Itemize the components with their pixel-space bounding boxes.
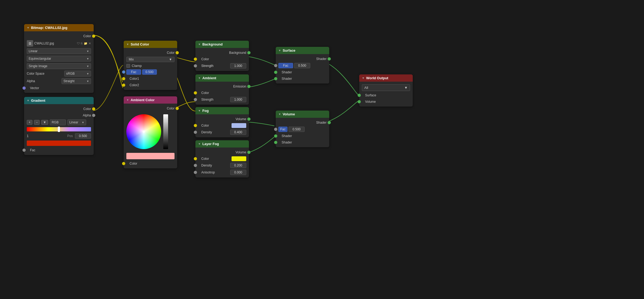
ac-color-wheel-dot[interactable] <box>143 131 145 133</box>
gradient-linear-dropdown[interactable]: Linear ▼ <box>67 119 86 125</box>
lf-density-value[interactable]: 0.200 <box>230 163 246 168</box>
fog-volume-socket[interactable] <box>247 118 251 121</box>
ac-color-out-socket[interactable] <box>176 107 179 110</box>
amb-strength-value[interactable]: 1.000 <box>230 97 246 102</box>
fog-density-row: Density 0.400 <box>195 129 249 136</box>
gradient-bar[interactable] <box>27 127 91 131</box>
bitmap-chevron[interactable]: ▼ <box>27 26 29 29</box>
lf-density-socket[interactable] <box>194 164 197 167</box>
vol-shader-out-socket[interactable] <box>328 121 331 124</box>
lf-anisotrop-socket[interactable] <box>194 171 197 174</box>
lf-color-label: Color <box>198 157 232 161</box>
lf-volume-socket[interactable] <box>247 151 251 154</box>
volume-chevron[interactable]: ▼ <box>278 113 281 116</box>
bitmap-vector-socket[interactable] <box>22 86 26 90</box>
bitmap-copy-icon[interactable]: ⎘ <box>81 42 83 45</box>
bg-strength-value[interactable]: 1.000 <box>230 63 246 69</box>
fog-header[interactable]: ▼ Fog <box>195 107 249 114</box>
lf-anisotrop-value[interactable]: 0.000 <box>230 170 246 175</box>
bg-strength-label: Strength <box>198 63 230 68</box>
background-chevron[interactable]: ▼ <box>198 43 201 46</box>
gradient-pos-value[interactable]: 0.500 <box>75 133 91 139</box>
bitmap-header[interactable]: ▼ Bitmap: CWALL02.jpg <box>24 24 94 31</box>
sc-color1-socket[interactable] <box>122 77 125 80</box>
bitmap-linear-dropdown[interactable]: Linear ▼ <box>27 48 91 54</box>
ac-value-strip[interactable] <box>163 114 168 149</box>
volume-node: ▼ Volume Shader Fac 0.500 Shader Shader <box>276 111 329 147</box>
gradient-alpha-socket[interactable] <box>92 114 95 117</box>
bg-output-socket[interactable] <box>247 51 251 54</box>
amb-emission-socket[interactable] <box>247 85 251 88</box>
vol-fac-socket[interactable] <box>274 128 277 131</box>
surf-fac-socket[interactable] <box>274 64 277 67</box>
ambient-color-header[interactable]: ▼ Ambient Color <box>124 96 177 104</box>
world-output-all-select[interactable]: All ▼ <box>362 84 410 91</box>
ac-color-in-row: Color <box>124 160 177 167</box>
fog-chevron[interactable]: ▼ <box>198 109 201 112</box>
fog-color-swatch[interactable] <box>232 123 246 128</box>
lf-color-socket[interactable] <box>194 157 197 160</box>
sc-clamp-checkbox[interactable] <box>126 64 130 68</box>
gradient-pos-label: Pos <box>67 134 73 138</box>
world-output-chevron[interactable]: ▼ <box>362 77 365 80</box>
surf-shader-out-socket[interactable] <box>328 57 331 60</box>
sc-fac-socket[interactable] <box>122 70 125 74</box>
bitmap-source-dropdown[interactable]: Single Image ▼ <box>27 63 91 69</box>
ambient-color-chevron[interactable]: ▼ <box>126 99 129 101</box>
surf-shader1-socket[interactable] <box>274 71 277 74</box>
ac-color-wheel[interactable] <box>126 114 161 149</box>
ac-color-in-socket[interactable] <box>122 162 125 165</box>
gradient-color-socket[interactable] <box>92 107 95 111</box>
background-header[interactable]: ▼ Background <box>195 41 249 48</box>
ambient-header[interactable]: ▼ Ambient <box>195 74 249 82</box>
ambient-chevron[interactable]: ▼ <box>198 77 201 80</box>
bitmap-alpha-dropdown[interactable]: Straight ▼ <box>62 78 91 84</box>
layer-fog-header[interactable]: ▼ Layer Fog <box>195 140 249 147</box>
vol-fac-value[interactable]: 0.500 <box>289 127 305 132</box>
gradient-alpha-output-row: Alpha <box>24 112 94 119</box>
bitmap-close-icon[interactable]: ✕ <box>89 42 91 45</box>
gradient-header[interactable]: ▼ Gradient <box>24 97 94 104</box>
vol-shader1-socket[interactable] <box>274 134 277 138</box>
layer-fog-chevron[interactable]: ▼ <box>198 142 201 145</box>
surf-fac-value[interactable]: 0.500 <box>294 63 310 68</box>
bg-color-socket[interactable] <box>194 58 197 61</box>
bitmap-cs-dropdown[interactable]: sRGB ▼ <box>64 71 91 77</box>
sc-fac-value[interactable]: 0.500 <box>142 69 157 75</box>
amb-color-socket[interactable] <box>194 91 197 94</box>
solid-color-chevron[interactable]: ▼ <box>126 43 129 46</box>
gradient-remove-btn[interactable]: − <box>34 120 40 125</box>
bitmap-projection-dropdown[interactable]: Equirectangular ▼ <box>27 56 91 62</box>
gradient-chevron[interactable]: ▼ <box>27 99 29 102</box>
wo-surface-socket[interactable] <box>358 94 361 97</box>
bg-strength-socket[interactable] <box>194 64 197 67</box>
vol-shader2-socket[interactable] <box>274 141 277 144</box>
gradient-menu-btn[interactable]: ▼ <box>41 120 48 125</box>
bitmap-folder-icon[interactable]: 📁 <box>84 42 88 45</box>
gradient-add-btn[interactable]: + <box>27 120 32 125</box>
fog-density-socket[interactable] <box>194 131 197 134</box>
gradient-marker[interactable] <box>58 127 60 132</box>
sc-color2-socket[interactable] <box>122 84 125 87</box>
surface-header[interactable]: ▼ Surface <box>276 47 329 54</box>
amb-strength-socket[interactable] <box>194 98 197 101</box>
bitmap-color-socket[interactable] <box>92 35 95 38</box>
surf-shader2-socket[interactable] <box>274 77 277 80</box>
sc-color-out-socket[interactable] <box>176 51 179 54</box>
fog-density-value[interactable]: 0.400 <box>230 130 246 135</box>
gradient-fac-socket[interactable] <box>22 149 26 152</box>
sc-color1-label: Color1 <box>126 77 175 81</box>
lf-color-swatch[interactable] <box>232 156 246 161</box>
surface-chevron[interactable]: ▼ <box>278 49 281 52</box>
wo-volume-socket[interactable] <box>358 100 361 103</box>
wo-volume-label: Volume <box>362 100 410 104</box>
solid-color-header[interactable]: ▼ Solid Color <box>124 41 177 48</box>
bitmap-colorspace-row: Color Space sRGB ▼ <box>24 70 94 77</box>
fog-color-socket[interactable] <box>194 124 197 127</box>
sc-mix-field[interactable]: Mix ▼ <box>126 57 175 62</box>
ac-value-strip-handle[interactable] <box>163 121 168 122</box>
gradient-rgb-dropdown[interactable]: RGB <box>50 119 66 125</box>
world-output-header[interactable]: ▼ World Output <box>359 74 413 82</box>
world-output-title: World Output <box>366 76 388 80</box>
volume-header[interactable]: ▼ Volume <box>276 111 329 118</box>
